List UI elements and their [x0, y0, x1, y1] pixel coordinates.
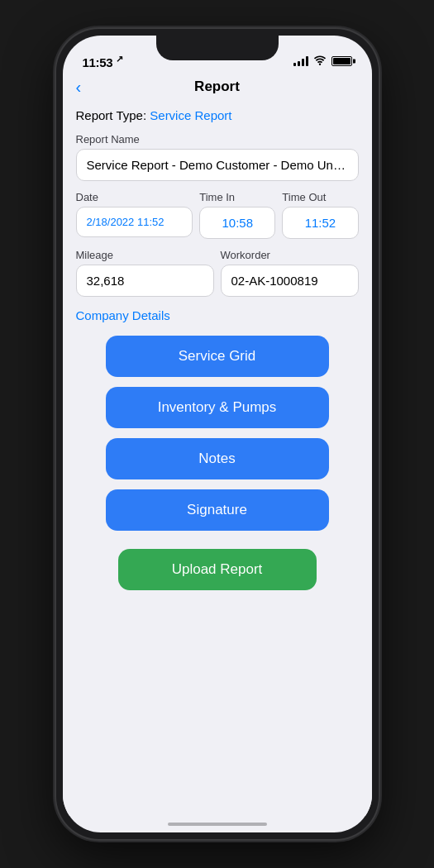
- action-buttons: Service Grid Inventory & Pumps Notes Sig…: [76, 336, 359, 590]
- time-in-group: Time In 10:58: [199, 191, 275, 239]
- status-time: 11:53 ↗: [83, 54, 123, 69]
- nav-bar: ‹ Report: [63, 75, 372, 102]
- time-in-input[interactable]: 10:58: [199, 207, 275, 239]
- report-name-group: Report Name Service Report - Demo Custom…: [76, 133, 359, 181]
- battery-icon: [331, 56, 352, 66]
- time-out-input[interactable]: 11:52: [282, 207, 358, 239]
- time-out-label: Time Out: [282, 191, 358, 203]
- upload-report-button[interactable]: Upload Report: [118, 549, 317, 590]
- signature-button[interactable]: Signature: [106, 489, 329, 531]
- mileage-group: Mileage 32,618: [76, 249, 214, 297]
- home-indicator: [168, 823, 267, 826]
- service-grid-button[interactable]: Service Grid: [106, 336, 329, 377]
- workorder-group: Workorder 02-AK-1000819: [221, 249, 359, 297]
- notch: [156, 36, 279, 60]
- time-in-label: Time In: [199, 191, 275, 203]
- workorder-input[interactable]: 02-AK-1000819: [221, 265, 359, 297]
- workorder-label: Workorder: [221, 249, 359, 261]
- report-type-value: Service Report: [150, 108, 231, 122]
- location-icon: ↗: [116, 54, 123, 64]
- content-area: Report Type: Service Report Report Name …: [63, 102, 372, 816]
- report-name-input[interactable]: Service Report - Demo Customer - Demo Un…: [76, 149, 359, 181]
- status-icons: [293, 55, 352, 68]
- inventory-pumps-button[interactable]: Inventory & Pumps: [106, 387, 329, 428]
- back-chevron-icon: ‹: [76, 79, 82, 95]
- nav-title: Report: [194, 79, 240, 95]
- report-type-row: Report Type: Service Report: [76, 108, 359, 123]
- report-name-label: Report Name: [76, 133, 359, 145]
- mileage-workorder-row: Mileage 32,618 Workorder 02-AK-1000819: [76, 249, 359, 297]
- report-type-label: Report Type:: [76, 108, 150, 122]
- company-details-link[interactable]: Company Details: [76, 308, 359, 322]
- mileage-label: Mileage: [76, 249, 214, 261]
- mileage-input[interactable]: 32,618: [76, 265, 214, 297]
- date-group: Date 2/18/2022 11:52: [76, 191, 193, 239]
- date-input[interactable]: 2/18/2022 11:52: [76, 207, 193, 237]
- back-button[interactable]: ‹: [76, 79, 83, 95]
- time-out-group: Time Out 11:52: [282, 191, 358, 239]
- notes-button[interactable]: Notes: [106, 438, 329, 479]
- date-label: Date: [76, 191, 193, 203]
- date-time-row: Date 2/18/2022 11:52 Time In 10:58 Time …: [76, 191, 359, 239]
- signal-icon: [293, 56, 308, 66]
- wifi-icon: [313, 55, 327, 68]
